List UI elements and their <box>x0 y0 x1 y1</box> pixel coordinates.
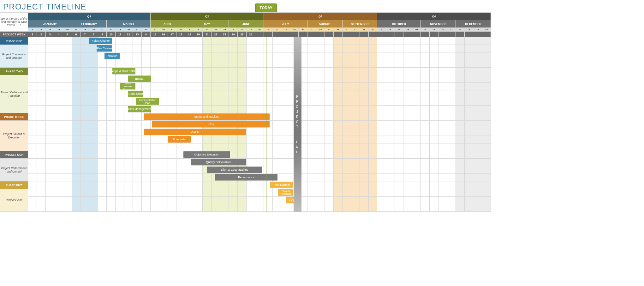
grid-cell[interactable] <box>386 174 395 181</box>
grid-cell[interactable] <box>168 128 176 136</box>
grid-cell[interactable] <box>403 75 412 83</box>
grid-cell[interactable] <box>342 174 351 181</box>
grid-cell[interactable] <box>168 90 176 98</box>
grid-cell[interactable] <box>438 83 447 90</box>
grid-cell[interactable] <box>473 159 482 166</box>
grid-cell[interactable] <box>255 197 264 204</box>
grid-cell[interactable] <box>168 197 176 204</box>
grid-cell[interactable] <box>246 151 255 159</box>
grid-cell[interactable] <box>473 52 482 60</box>
grid-cell[interactable] <box>237 204 246 212</box>
grid-cell[interactable] <box>150 68 159 75</box>
grid-cell[interactable] <box>98 143 107 151</box>
grid-cell[interactable] <box>395 166 403 174</box>
grid-cell[interactable] <box>395 75 403 83</box>
grid-cell[interactable] <box>403 128 412 136</box>
grid-cell[interactable] <box>377 68 386 75</box>
grid-cell[interactable] <box>482 90 491 98</box>
grid-cell[interactable] <box>403 166 412 174</box>
grid-cell[interactable] <box>272 189 281 197</box>
grid-cell[interactable] <box>159 159 168 166</box>
grid-cell[interactable] <box>168 181 176 189</box>
grid-cell[interactable] <box>360 174 368 181</box>
grid-cell[interactable] <box>115 128 124 136</box>
grid-cell[interactable] <box>281 83 290 90</box>
grid-cell[interactable] <box>264 52 272 60</box>
grid-cell[interactable] <box>80 83 89 90</box>
grid-cell[interactable] <box>194 151 203 159</box>
grid-cell[interactable] <box>464 151 473 159</box>
grid-cell[interactable] <box>421 151 430 159</box>
grid-cell[interactable] <box>37 60 46 68</box>
grid-cell[interactable] <box>447 37 456 45</box>
grid-cell[interactable] <box>299 83 307 90</box>
grid-cell[interactable] <box>412 90 421 98</box>
grid-cell[interactable] <box>212 159 220 166</box>
grid-cell[interactable] <box>299 106 307 113</box>
grid-cell[interactable] <box>473 113 482 121</box>
grid-cell[interactable] <box>54 204 63 212</box>
grid-cell[interactable] <box>28 197 37 204</box>
grid-cell[interactable] <box>159 151 168 159</box>
grid-cell[interactable] <box>360 75 368 83</box>
grid-cell[interactable] <box>54 136 63 143</box>
grid-cell[interactable] <box>185 159 194 166</box>
grid-cell[interactable] <box>168 166 176 174</box>
grid-cell[interactable] <box>220 159 229 166</box>
grid-cell[interactable] <box>80 90 89 98</box>
grid-cell[interactable] <box>464 121 473 128</box>
grid-cell[interactable] <box>133 174 142 181</box>
grid-cell[interactable] <box>194 83 203 90</box>
grid-cell[interactable] <box>299 143 307 151</box>
grid-cell[interactable] <box>150 159 159 166</box>
grid-cell[interactable] <box>360 52 368 60</box>
grid-cell[interactable] <box>107 151 116 159</box>
grid-cell[interactable] <box>272 90 281 98</box>
grid-cell[interactable] <box>447 174 456 181</box>
grid-cell[interactable] <box>342 159 351 166</box>
grid-cell[interactable] <box>412 113 421 121</box>
grid-cell[interactable] <box>473 83 482 90</box>
grid-cell[interactable] <box>272 128 281 136</box>
grid-cell[interactable] <box>203 197 212 204</box>
grid-cell[interactable] <box>438 90 447 98</box>
grid-cell[interactable] <box>229 204 238 212</box>
grid-cell[interactable] <box>246 136 255 143</box>
grid-cell[interactable] <box>456 75 465 83</box>
grid-cell[interactable] <box>115 75 124 83</box>
grid-cell[interactable] <box>54 52 63 60</box>
grid-cell[interactable] <box>124 197 133 204</box>
grid-cell[interactable] <box>141 98 150 106</box>
grid-cell[interactable] <box>124 45 133 52</box>
grid-cell[interactable] <box>124 151 133 159</box>
grid-cell[interactable] <box>377 75 386 83</box>
grid-cell[interactable] <box>325 83 334 90</box>
grid-cell[interactable] <box>45 197 54 204</box>
grid-cell[interactable] <box>89 204 98 212</box>
grid-cell[interactable] <box>98 106 107 113</box>
grid-cell[interactable] <box>203 90 212 98</box>
grid-cell[interactable] <box>203 106 212 113</box>
grid-cell[interactable] <box>185 45 194 52</box>
grid-cell[interactable] <box>377 189 386 197</box>
grid-cell[interactable] <box>447 136 456 143</box>
grid-cell[interactable] <box>447 106 456 113</box>
grid-cell[interactable] <box>299 121 307 128</box>
grid-cell[interactable] <box>360 68 368 75</box>
grid-cell[interactable] <box>150 113 159 121</box>
grid-cell[interactable] <box>368 151 377 159</box>
grid-cell[interactable] <box>107 197 116 204</box>
grid-cell[interactable] <box>176 68 185 75</box>
grid-cell[interactable] <box>430 75 438 83</box>
grid-cell[interactable] <box>482 143 491 151</box>
grid-cell[interactable] <box>107 98 116 106</box>
grid-cell[interactable] <box>45 75 54 83</box>
grid-cell[interactable] <box>80 197 89 204</box>
grid-cell[interactable] <box>299 166 307 174</box>
grid-cell[interactable] <box>482 75 491 83</box>
grid-cell[interactable] <box>72 159 80 166</box>
grid-cell[interactable] <box>98 121 107 128</box>
grid-cell[interactable] <box>246 204 255 212</box>
grid-cell[interactable] <box>72 121 80 128</box>
grid-cell[interactable] <box>325 45 334 52</box>
